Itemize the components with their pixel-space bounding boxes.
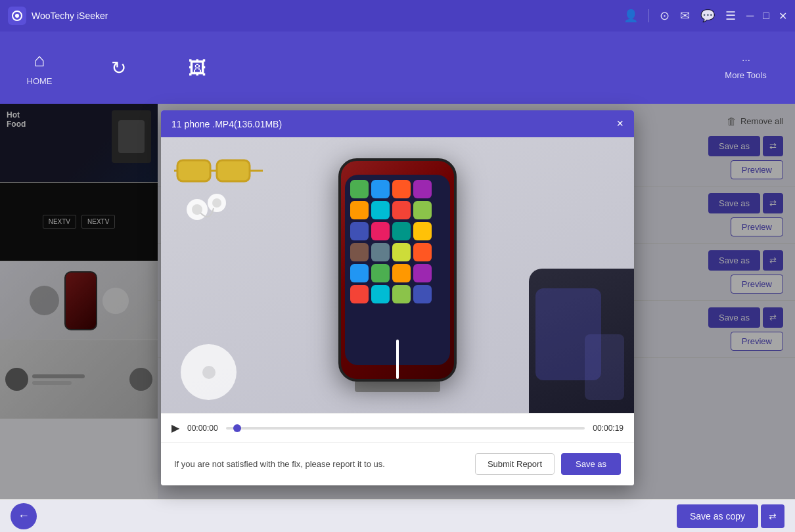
home-icon: ⌂ (34, 50, 45, 71)
app-icon-2 (392, 180, 411, 198)
app-icon-16 (350, 264, 369, 282)
nav-more-tools[interactable]: ⋯ More Tools (696, 32, 795, 104)
video-controls: ▶ 00:00:00 00:00:19 (161, 413, 634, 442)
media-icon: 🖼 (188, 57, 206, 79)
phone-scene (161, 137, 634, 413)
email-icon[interactable]: ✉ (680, 9, 690, 23)
modal-title: 11 phone .MP4(136.01MB) (171, 119, 282, 129)
dark-phone-decor (529, 269, 634, 413)
app-icon-7 (413, 201, 432, 219)
nav-bar: ⌂ HOME ↻ 🖼 ⋯ More Tools (0, 32, 795, 104)
phone-device (338, 158, 457, 392)
app-icon-15 (413, 243, 432, 261)
more-tools-label: More Tools (725, 70, 766, 80)
svg-point-12 (212, 198, 221, 208)
glasses-decoration (174, 147, 266, 196)
back-icon: ← (18, 509, 30, 523)
app-icon-12 (350, 243, 369, 261)
app-icon-1 (371, 180, 390, 198)
svg-point-1 (15, 14, 19, 18)
title-bar-left: WooTechy iSeeker (8, 7, 108, 25)
bottom-bar: ← Save as copy ⇄ (0, 499, 795, 532)
app-icon-8 (350, 222, 369, 240)
app-icon-9 (371, 222, 390, 240)
app-icon-11 (413, 222, 432, 240)
svg-rect-5 (217, 160, 250, 181)
app-icon-6 (392, 201, 411, 219)
app-icon-19 (413, 264, 432, 282)
report-actions: Submit Report Save as (475, 453, 621, 475)
recover-icon: ↻ (111, 57, 126, 79)
chat-icon[interactable]: 💬 (700, 9, 715, 23)
more-tools-icon: ⋯ (742, 55, 750, 65)
save-copy-arrow-button[interactable]: ⇄ (761, 504, 784, 528)
back-button[interactable]: ← (11, 503, 37, 529)
maximize-button[interactable]: □ (763, 10, 769, 22)
window-controls: ─ □ ✕ (746, 10, 787, 22)
home-label: HOME (27, 76, 53, 86)
app-icon-0 (350, 180, 369, 198)
menu-icon[interactable]: ☰ (725, 9, 736, 23)
app-icon-14 (392, 243, 411, 261)
modal-overlay: 11 phone .MP4(136.01MB) × (0, 104, 795, 499)
person-icon[interactable]: 👤 (624, 9, 638, 23)
report-bar: If you are not satisfied with the fix, p… (161, 442, 634, 485)
modal-header: 11 phone .MP4(136.01MB) × (161, 110, 634, 137)
phone-body (338, 158, 457, 382)
modal-close-button[interactable]: × (616, 117, 624, 131)
save-copy-button[interactable]: Save as copy (677, 504, 758, 528)
nav-spacer (237, 32, 696, 104)
app-icon-22 (392, 285, 411, 303)
main-area: Hot Food NEXTV NEXTV (0, 104, 795, 499)
app-icon-17 (371, 264, 390, 282)
app-icon-10 (392, 222, 411, 240)
round-object-decor (181, 344, 237, 400)
save-copy-group: Save as copy ⇄ (677, 504, 784, 528)
time-current: 00:00:00 (187, 424, 218, 433)
app-icon-20 (350, 285, 369, 303)
app-title: WooTechy iSeeker (32, 11, 108, 21)
seek-bar[interactable] (226, 427, 585, 430)
video-preview (161, 137, 634, 413)
app-icon-21 (371, 285, 390, 303)
video-modal: 11 phone .MP4(136.01MB) × (161, 110, 634, 485)
app-icon-13 (371, 243, 390, 261)
phone-cable (396, 340, 399, 379)
earbuds-decoration (184, 190, 237, 238)
time-total: 00:00:19 (593, 424, 624, 433)
title-bar: WooTechy iSeeker 👤 ⊙ ✉ 💬 ☰ ─ □ ✕ (0, 0, 795, 32)
play-button[interactable]: ▶ (171, 422, 179, 434)
seek-indicator (233, 424, 241, 432)
app-icon-4 (350, 201, 369, 219)
app-icon-5 (371, 201, 390, 219)
title-bar-right: 👤 ⊙ ✉ 💬 ☰ ─ □ ✕ (624, 9, 787, 23)
report-text: If you are not satisfied with the fix, p… (174, 459, 385, 469)
nav-recover[interactable]: ↻ (79, 32, 158, 104)
app-icon-23 (413, 285, 432, 303)
app-icon-3 (413, 180, 432, 198)
settings-icon[interactable]: ⊙ (660, 9, 670, 23)
app-logo (8, 7, 26, 25)
nav-home[interactable]: ⌂ HOME (0, 32, 79, 104)
app-icon-18 (392, 264, 411, 282)
svg-rect-3 (177, 160, 210, 181)
close-button[interactable]: ✕ (779, 10, 787, 22)
submit-report-button[interactable]: Submit Report (475, 453, 555, 475)
save-as-modal-button[interactable]: Save as (561, 453, 621, 475)
phone-screen (345, 175, 450, 365)
separator (648, 9, 649, 22)
minimize-button[interactable]: ─ (746, 10, 754, 22)
nav-media[interactable]: 🖼 (158, 32, 237, 104)
